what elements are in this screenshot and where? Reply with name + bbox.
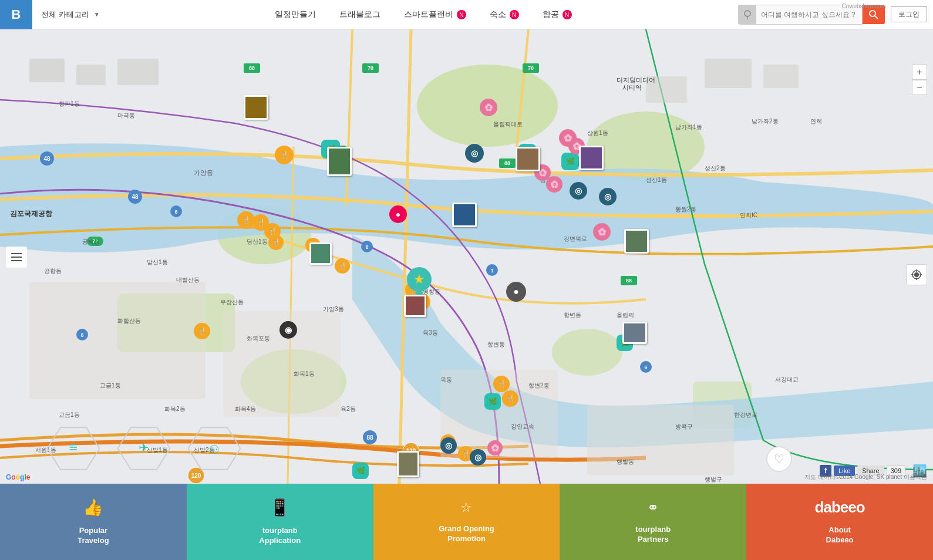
- google-logo: Google: [6, 473, 30, 481]
- map-pin-photo-9[interactable]: [622, 322, 647, 344]
- watermark: Cnwebshow.com: [841, 3, 886, 9]
- logo[interactable]: B: [0, 0, 32, 29]
- map-pin-pink-6[interactable]: 🌸: [593, 223, 611, 241]
- svg-rect-12: [29, 59, 65, 82]
- map-pin-food-5[interactable]: 🍴: [268, 235, 284, 250]
- footer-popular-label: Popular Travelog: [78, 526, 109, 546]
- footer-popular-travelog[interactable]: 👍 Popular Travelog: [0, 484, 187, 560]
- search-input[interactable]: [756, 11, 862, 19]
- flight-hex-button[interactable]: ✈: [117, 425, 170, 472]
- map-pin-food-1[interactable]: 🍴: [275, 146, 294, 164]
- svg-text:48: 48: [132, 194, 139, 200]
- map-area[interactable]: 48 48 6 6 6 1 6 88 120 120 70 70 88 88 8…: [0, 29, 933, 484]
- map-pin-photo-1[interactable]: [244, 95, 268, 120]
- map-pin-pink-5[interactable]: 🌸: [546, 176, 563, 193]
- zoom-controls: + −: [912, 65, 927, 95]
- svg-point-2: [870, 11, 875, 16]
- filter-hex-button[interactable]: ≡: [47, 425, 100, 472]
- map-pin-dark-1[interactable]: ◎: [465, 144, 484, 163]
- map-pin-dark-3[interactable]: ◎: [599, 188, 617, 205]
- map-pin-food-12[interactable]: 🍴: [493, 376, 510, 392]
- svg-text:시티역: 시티역: [622, 84, 642, 91]
- svg-text:가양3동: 가양3동: [323, 306, 344, 312]
- map-pin-pink-7[interactable]: 🌸: [487, 440, 503, 456]
- map-pin-star-featured[interactable]: ★: [407, 267, 432, 299]
- footer-about-dabeeo[interactable]: dabeeo About Dabeeo: [746, 484, 933, 560]
- svg-rect-14: [117, 59, 159, 85]
- map-pin-food-8[interactable]: 🍴: [335, 258, 350, 274]
- community-hex-button[interactable]: ⚇: [188, 425, 241, 472]
- svg-line-3: [875, 16, 878, 19]
- footer-promotion-label: Grand Opening Promotion: [439, 524, 494, 544]
- svg-text:남가좌1동: 남가좌1동: [675, 124, 702, 130]
- zoom-out-button[interactable]: −: [912, 80, 927, 95]
- svg-text:88: 88: [626, 278, 632, 284]
- map-pin-nature-4[interactable]: 🌿: [484, 393, 501, 410]
- svg-text:육3동: 육3동: [423, 329, 438, 336]
- svg-rect-21: [587, 405, 734, 475]
- svg-text:6: 6: [644, 365, 647, 370]
- map-pin-dark-7[interactable]: ◎: [470, 449, 486, 465]
- svg-text:48: 48: [43, 156, 50, 162]
- map-pin-photo-10[interactable]: [397, 451, 419, 477]
- login-button[interactable]: 로그인: [891, 6, 927, 22]
- footer-tourplanb-partners[interactable]: ⚭ tourplanb Partners: [560, 484, 746, 560]
- nav-schedule[interactable]: 일정만들기: [275, 9, 316, 20]
- svg-text:항변동: 항변동: [564, 312, 581, 318]
- category-selector[interactable]: 전체 카테고리 ▼: [32, 9, 109, 20]
- svg-text:서강대교: 서강대교: [775, 376, 799, 383]
- svg-text:✈: ✈: [139, 441, 149, 455]
- nav-accommodation[interactable]: 숙소 N: [490, 9, 519, 20]
- map-pin-photo-5[interactable]: [579, 146, 604, 170]
- favorite-button[interactable]: ♡: [766, 446, 792, 472]
- nav-flight[interactable]: 항공 N: [543, 9, 572, 20]
- svg-rect-18: [29, 282, 206, 399]
- accommodation-badge: N: [510, 10, 519, 19]
- svg-text:발산1동: 발산1동: [147, 259, 168, 265]
- nav-smartplanb[interactable]: 스마트플랜비 N: [404, 9, 466, 20]
- map-pin-dark-4[interactable]: ◉: [279, 321, 297, 339]
- svg-text:옥동: 옥동: [440, 376, 452, 383]
- svg-point-105: [914, 272, 919, 277]
- svg-text:1: 1: [490, 268, 493, 274]
- zoom-in-button[interactable]: +: [912, 65, 927, 80]
- map-pin-dark-2[interactable]: ◎: [570, 182, 587, 200]
- map-pin-food-13[interactable]: 🍴: [502, 390, 518, 407]
- map-pin-nature-6[interactable]: 🌿: [352, 463, 369, 479]
- map-pin-nature-3[interactable]: 🌿: [561, 153, 579, 170]
- menu-line-1: [11, 253, 22, 254]
- svg-text:행벌동: 행벌동: [617, 458, 634, 465]
- svg-text:88: 88: [504, 160, 510, 166]
- map-pin-photo-3[interactable]: [452, 203, 477, 227]
- svg-text:상원1동: 상원1동: [587, 130, 608, 136]
- map-pin-red-1[interactable]: ●: [389, 205, 407, 223]
- footer-partners-label: tourplanb Partners: [635, 525, 671, 545]
- map-pin-food-11[interactable]: 🍴: [194, 323, 210, 339]
- footer-grand-opening[interactable]: ☆ Grand Opening Promotion: [373, 484, 560, 560]
- svg-point-10: [552, 329, 622, 376]
- svg-text:연희IC: 연희IC: [740, 212, 757, 218]
- nav-travelog[interactable]: 트래블로그: [339, 9, 380, 20]
- footer-tourplanb-app[interactable]: 📱 tourplanb Application: [187, 484, 373, 560]
- map-pin-photo-2[interactable]: [327, 147, 352, 176]
- map-pin-photo-8[interactable]: [624, 229, 649, 254]
- svg-text:공박동: 공박동: [82, 238, 100, 245]
- svg-text:항파1동: 항파1동: [59, 100, 80, 107]
- map-pin-dark-6[interactable]: ◎: [440, 437, 457, 454]
- map-pin-photo-7[interactable]: [404, 295, 426, 317]
- svg-text:공항동: 공항동: [44, 268, 62, 274]
- map-pin-photo-4[interactable]: [516, 147, 540, 171]
- map-pin-photo-6[interactable]: [309, 242, 332, 265]
- map-pin-dark-5[interactable]: ●: [506, 282, 526, 302]
- menu-toggle-button[interactable]: [6, 247, 27, 268]
- svg-text:화목포동: 화목포동: [247, 335, 270, 342]
- svg-text:6: 6: [174, 209, 177, 215]
- svg-text:내발산동: 내발산동: [176, 276, 200, 283]
- svg-text:우장산동: 우장산동: [220, 299, 244, 305]
- hex-buttons: ≡ ✈ ⚇: [47, 425, 241, 472]
- svg-text:교금1동: 교금1동: [100, 382, 121, 389]
- main-nav: 일정만들기 트래블로그 스마트플랜비 N 숙소 N 항공 N: [109, 9, 738, 20]
- map-pin-pink-1[interactable]: 🌸: [480, 99, 497, 116]
- my-location-button[interactable]: [906, 264, 927, 285]
- svg-text:행벌구: 행벌구: [705, 476, 722, 483]
